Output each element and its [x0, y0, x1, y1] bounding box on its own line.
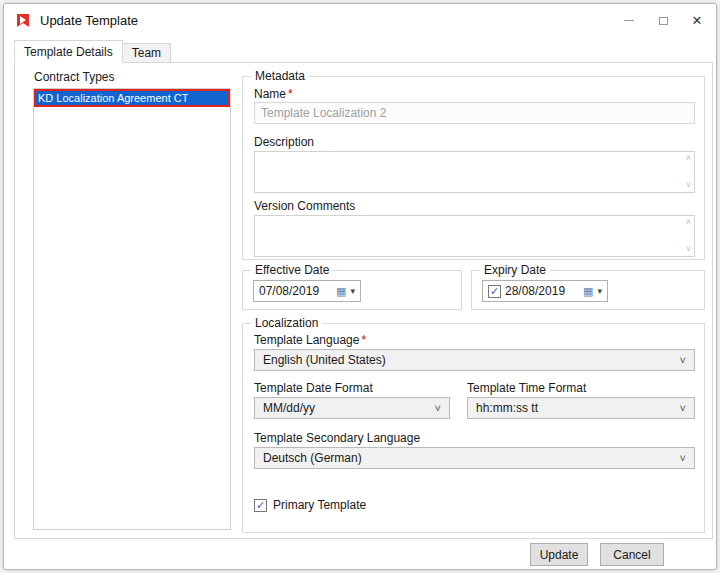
- template-date-format-value: MM/dd/yy: [263, 401, 315, 415]
- template-language-select[interactable]: English (United States) ˅: [254, 349, 695, 371]
- template-secondary-language-value: Deutsch (German): [263, 451, 362, 465]
- dropdown-arrow-icon[interactable]: ▾: [597, 287, 602, 296]
- tab-bar: Template Details Team: [14, 40, 171, 63]
- primary-template-label: Primary Template: [273, 498, 366, 512]
- template-date-format-select[interactable]: MM/dd/yy ˅: [254, 397, 450, 419]
- window-controls: ✕: [612, 4, 714, 37]
- template-time-format-label: Template Time Format: [467, 381, 586, 395]
- effective-date-group-label: Effective Date: [251, 263, 333, 277]
- metadata-group-label: Metadata: [251, 69, 309, 83]
- chevron-down-icon: ˅: [680, 453, 686, 464]
- chevron-down-icon: ˅: [435, 403, 441, 414]
- expiry-date-value: 28/08/2019: [505, 284, 565, 298]
- expiry-date-group: Expiry Date ✓ 28/08/2019 ▦ ▾: [471, 270, 705, 310]
- maximize-button[interactable]: [646, 4, 680, 37]
- update-template-dialog: Update Template ✕ Template Details Team …: [3, 3, 717, 570]
- template-language-value: English (United States): [263, 353, 386, 367]
- version-comments-textarea[interactable]: ˄ ˅: [254, 215, 695, 257]
- update-button[interactable]: Update: [530, 543, 588, 566]
- chevron-down-icon: ˅: [680, 355, 686, 366]
- scroll-up-icon[interactable]: ˄: [686, 218, 691, 227]
- effective-date-picker[interactable]: 07/08/2019 ▦ ▾: [253, 280, 361, 302]
- chevron-down-icon: ˅: [680, 403, 686, 414]
- app-icon: [15, 13, 31, 29]
- contract-types-label: Contract Types: [34, 70, 114, 84]
- check-icon: ✓: [490, 286, 499, 297]
- name-input[interactable]: [254, 102, 695, 124]
- required-asterisk: *: [361, 333, 366, 347]
- expiry-date-group-label: Expiry Date: [480, 263, 550, 277]
- calendar-icon: ▦: [583, 286, 593, 297]
- calendar-icon: ▦: [336, 286, 346, 297]
- checkbox-icon: ✓: [254, 499, 267, 512]
- required-asterisk: *: [288, 87, 293, 101]
- localization-group: Localization Template Language* English …: [242, 323, 705, 533]
- template-time-format-select[interactable]: hh:mm:ss tt ˅: [467, 397, 695, 419]
- template-secondary-language-label: Template Secondary Language: [254, 431, 420, 445]
- close-icon: ✕: [692, 13, 703, 28]
- tab-panel: Contract Types KD Localization Agreement…: [14, 62, 713, 539]
- description-textarea[interactable]: ˄ ˅: [254, 151, 695, 193]
- metadata-group: Metadata Name* Description ˄ ˅ Version C…: [242, 76, 705, 260]
- version-comments-label: Version Comments: [254, 199, 355, 213]
- check-icon: ✓: [256, 500, 265, 511]
- description-label: Description: [254, 135, 314, 149]
- window-title: Update Template: [40, 13, 138, 28]
- contract-types-listbox[interactable]: KD Localization Agreement CT: [33, 88, 231, 530]
- template-secondary-language-select[interactable]: Deutsch (German) ˅: [254, 447, 695, 469]
- expiry-date-picker[interactable]: ✓ 28/08/2019 ▦ ▾: [482, 280, 608, 302]
- expiry-date-checkbox[interactable]: ✓: [488, 285, 501, 298]
- minimize-button[interactable]: [612, 4, 646, 37]
- maximize-icon: [659, 17, 668, 25]
- template-time-format-value: hh:mm:ss tt: [476, 401, 538, 415]
- template-date-format-label: Template Date Format: [254, 381, 373, 395]
- scroll-down-icon[interactable]: ˅: [686, 181, 691, 190]
- template-language-label: Template Language*: [254, 333, 366, 347]
- tab-team[interactable]: Team: [123, 43, 171, 63]
- name-label: Name*: [254, 87, 293, 101]
- tab-template-details[interactable]: Template Details: [14, 40, 123, 63]
- minimize-icon: [624, 20, 634, 21]
- dropdown-arrow-icon[interactable]: ▾: [350, 287, 355, 296]
- scroll-up-icon[interactable]: ˄: [686, 154, 691, 163]
- cancel-button[interactable]: Cancel: [600, 543, 664, 566]
- localization-group-label: Localization: [251, 316, 322, 330]
- primary-template-checkbox[interactable]: ✓ Primary Template: [254, 498, 366, 512]
- titlebar: Update Template ✕: [4, 4, 716, 37]
- list-item-selected[interactable]: KD Localization Agreement CT: [34, 89, 230, 107]
- effective-date-value: 07/08/2019: [259, 284, 319, 298]
- scroll-down-icon[interactable]: ˅: [686, 245, 691, 254]
- close-button[interactable]: ✕: [680, 4, 714, 37]
- effective-date-group: Effective Date 07/08/2019 ▦ ▾: [242, 270, 462, 310]
